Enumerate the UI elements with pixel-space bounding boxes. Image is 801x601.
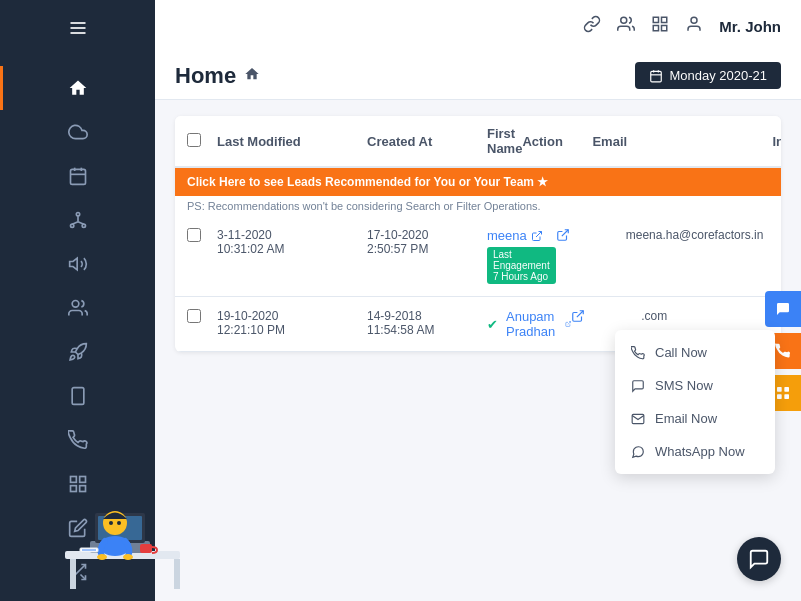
page-title-section: Home <box>175 63 260 89</box>
group-icon[interactable] <box>617 15 635 38</box>
leads-table: Last Modified Created At First Name Acti… <box>175 116 781 352</box>
row1-email: meena.ha@corefactors.in <box>626 228 781 242</box>
svg-rect-25 <box>654 17 659 22</box>
float-btn-chat[interactable] <box>765 291 801 327</box>
svg-rect-30 <box>651 71 662 82</box>
ai-recommendation-banner[interactable]: Click Here to see Leads Recommended for … <box>175 168 781 196</box>
svg-line-23 <box>71 565 75 569</box>
svg-line-36 <box>567 322 570 325</box>
sidebar <box>0 0 155 601</box>
svg-rect-39 <box>784 387 789 392</box>
svg-rect-20 <box>70 486 76 492</box>
main-content: Mr. John Home Monday 2020-21 <box>155 0 801 601</box>
dropdown-call-now[interactable]: Call Now <box>615 336 775 369</box>
svg-point-9 <box>82 224 85 227</box>
row2-first-name-cell: ✔ Anupam Pradhan <box>487 309 571 339</box>
svg-rect-18 <box>79 477 85 483</box>
svg-point-24 <box>621 17 627 23</box>
apps-icon[interactable] <box>651 15 669 38</box>
svg-rect-40 <box>784 394 789 399</box>
sidebar-item-users[interactable] <box>0 286 155 330</box>
whatsapp-now-label: WhatsApp Now <box>655 444 745 459</box>
row1-action[interactable] <box>556 228 626 245</box>
action-dropdown-menu: Call Now SMS Now Email Now <box>615 330 775 474</box>
svg-line-37 <box>577 311 583 317</box>
sidebar-hamburger[interactable] <box>0 10 155 46</box>
sidebar-item-rocket[interactable] <box>0 330 155 374</box>
call-now-label: Call Now <box>655 345 707 360</box>
header-action: Action <box>522 134 592 149</box>
row2-last-modified: 19-10-202012:21:10 PM <box>217 309 367 337</box>
verified-icon: ✔ <box>487 317 498 332</box>
sidebar-item-calendar[interactable] <box>0 154 155 198</box>
row1-engagement-badge: Last Engagement 7 Hours Ago <box>487 247 556 284</box>
sidebar-item-shuffle[interactable] <box>0 550 155 594</box>
sidebar-item-pencil[interactable] <box>0 506 155 550</box>
svg-marker-13 <box>69 258 77 270</box>
row1-last-modified: 3-11-202010:31:02 AM <box>217 228 367 256</box>
row2-created-at: 14-9-201811:54:58 AM <box>367 309 487 337</box>
svg-rect-19 <box>79 486 85 492</box>
chat-fab[interactable] <box>737 537 781 581</box>
row1-checkbox-cell[interactable] <box>187 228 217 242</box>
row2-first-name-link[interactable]: ✔ Anupam Pradhan <box>487 309 571 339</box>
row1-first-name-cell: meena Last Engagement 7 Hours Ago <box>487 228 556 284</box>
sidebar-item-phone[interactable] <box>0 418 155 462</box>
sidebar-item-mobile[interactable] <box>0 374 155 418</box>
row1-checkbox[interactable] <box>187 228 201 242</box>
header-created-at: Created At <box>367 134 487 149</box>
svg-rect-38 <box>777 387 782 392</box>
header-last-modified: Last Modified <box>217 134 367 149</box>
sidebar-item-home[interactable] <box>0 66 155 110</box>
header-first-name: First Name <box>487 126 522 156</box>
email-now-label: Email Now <box>655 411 717 426</box>
sms-now-label: SMS Now <box>655 378 713 393</box>
row2-checkbox-cell[interactable] <box>187 309 217 323</box>
svg-line-11 <box>72 222 78 225</box>
username-label: Mr. John <box>719 18 781 35</box>
user-menu[interactable]: Mr. John <box>719 18 781 35</box>
top-nav: Mr. John <box>155 0 801 52</box>
svg-rect-27 <box>662 25 667 30</box>
table-header-row: Last Modified Created At First Name Acti… <box>175 116 781 168</box>
page-title: Home <box>175 63 236 89</box>
page-header: Home Monday 2020-21 <box>155 52 801 100</box>
date-text: Monday 2020-21 <box>669 68 767 83</box>
header-industry: Industry <box>772 134 781 149</box>
content-area: Last Modified Created At First Name Acti… <box>155 100 801 601</box>
svg-rect-26 <box>662 17 667 22</box>
date-badge: Monday 2020-21 <box>635 62 781 89</box>
svg-line-35 <box>562 230 568 236</box>
svg-point-14 <box>72 301 79 308</box>
link-icon[interactable] <box>583 15 601 38</box>
svg-line-34 <box>536 231 542 237</box>
svg-point-8 <box>70 224 73 227</box>
sidebar-item-megaphone[interactable] <box>0 242 155 286</box>
user-icon[interactable] <box>685 15 703 38</box>
dropdown-email-now[interactable]: Email Now <box>615 402 775 435</box>
svg-line-12 <box>78 222 84 225</box>
dropdown-sms-now[interactable]: SMS Now <box>615 369 775 402</box>
ps-text: PS: Recommendations won't be considering… <box>175 196 781 216</box>
sidebar-item-grid[interactable] <box>0 462 155 506</box>
sidebar-item-cloud[interactable] <box>0 110 155 154</box>
header-checkbox[interactable] <box>187 133 217 150</box>
dropdown-whatsapp-now[interactable]: WhatsApp Now <box>615 435 775 468</box>
ai-banner-text: Click Here to see Leads Recommended for … <box>187 175 548 189</box>
svg-point-29 <box>691 17 697 23</box>
row2-action[interactable] <box>571 309 641 326</box>
svg-rect-41 <box>777 394 782 399</box>
sidebar-item-hierarchy[interactable] <box>0 198 155 242</box>
svg-point-7 <box>76 213 79 216</box>
select-all-checkbox[interactable] <box>187 133 201 147</box>
header-email: Email <box>592 134 772 149</box>
row1-created-at: 17-10-20202:50:57 PM <box>367 228 487 256</box>
table-row: 3-11-202010:31:02 AM 17-10-20202:50:57 P… <box>175 216 781 297</box>
svg-rect-15 <box>72 388 84 405</box>
svg-rect-17 <box>70 477 76 483</box>
svg-rect-28 <box>654 25 659 30</box>
app-container: Mr. John Home Monday 2020-21 <box>0 0 801 601</box>
row2-checkbox[interactable] <box>187 309 201 323</box>
home-breadcrumb-icon[interactable] <box>244 66 260 86</box>
row1-first-name-link[interactable]: meena <box>487 228 556 243</box>
